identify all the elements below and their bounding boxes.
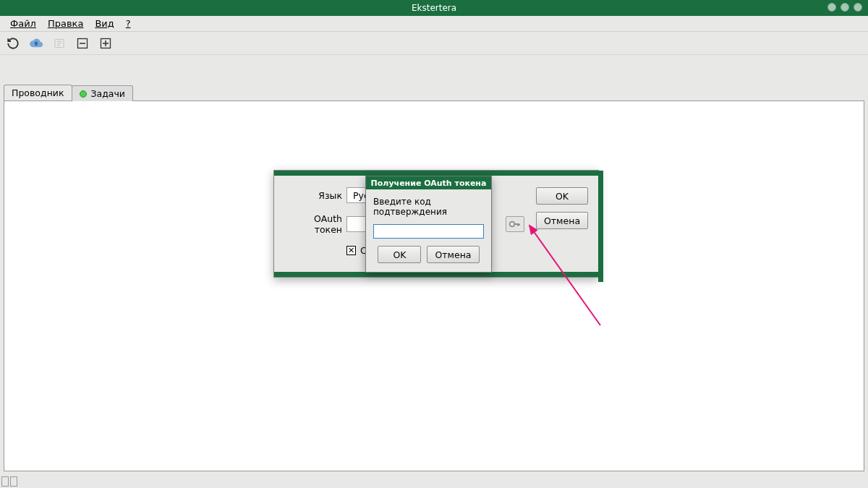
status-cell	[10, 476, 17, 487]
menu-view[interactable]: Вид	[89, 17, 119, 30]
tab-explorer[interactable]: Проводник	[4, 85, 72, 100]
minimize-button[interactable]	[827, 3, 836, 12]
status-bar	[1, 476, 17, 487]
oauth-ok-button[interactable]: OK	[378, 246, 421, 263]
download-icon[interactable]	[52, 36, 67, 51]
menu-help[interactable]: ?	[120, 17, 137, 30]
menu-bar: Файл Правка Вид ?	[0, 16, 868, 32]
dialog-titlebar[interactable]	[274, 171, 598, 176]
hide-token-checkbox[interactable]: ✕	[346, 246, 356, 255]
tab-label: Задачи	[91, 88, 126, 99]
explorer-panel	[4, 100, 864, 471]
svg-point-6	[510, 222, 515, 227]
window-titlebar: Ekstertera	[0, 0, 868, 16]
status-dot-icon	[80, 90, 87, 98]
status-cell	[1, 476, 9, 487]
key-icon	[509, 220, 521, 228]
tab-area: Проводник Задачи	[4, 85, 864, 471]
window-controls	[827, 3, 862, 12]
tab-tasks[interactable]: Задачи	[72, 85, 134, 101]
oauth-code-input[interactable]	[373, 224, 484, 239]
window-title: Ekstertera	[412, 3, 456, 13]
oauth-dialog: Получение OAuth токена Введите код подтв…	[365, 176, 492, 273]
collapse-icon[interactable]	[75, 36, 90, 51]
upload-icon[interactable]	[29, 36, 43, 51]
toolbar	[0, 32, 868, 55]
settings-ok-button[interactable]: OK	[536, 187, 588, 205]
menu-file[interactable]: Файл	[4, 17, 42, 30]
oauth-cancel-button[interactable]: Отмена	[427, 246, 479, 263]
tab-strip: Проводник Задачи	[4, 85, 864, 100]
dialog-border-bottom	[274, 272, 598, 277]
get-token-button[interactable]	[506, 216, 524, 232]
expand-icon[interactable]	[98, 36, 113, 51]
tab-label: Проводник	[12, 87, 64, 98]
dialog-border-right	[598, 171, 603, 282]
maximize-button[interactable]	[841, 3, 849, 12]
close-button[interactable]	[854, 3, 862, 12]
settings-cancel-button[interactable]: Отмена	[536, 212, 588, 229]
oauth-token-label: OAuth токен	[284, 213, 342, 235]
refresh-icon[interactable]	[6, 36, 20, 51]
menu-edit[interactable]: Правка	[42, 17, 89, 30]
oauth-dialog-title[interactable]: Получение OAuth токена	[366, 176, 491, 189]
oauth-prompt-label: Введите код подтверждения	[373, 197, 484, 217]
language-label: Язык	[284, 190, 342, 201]
